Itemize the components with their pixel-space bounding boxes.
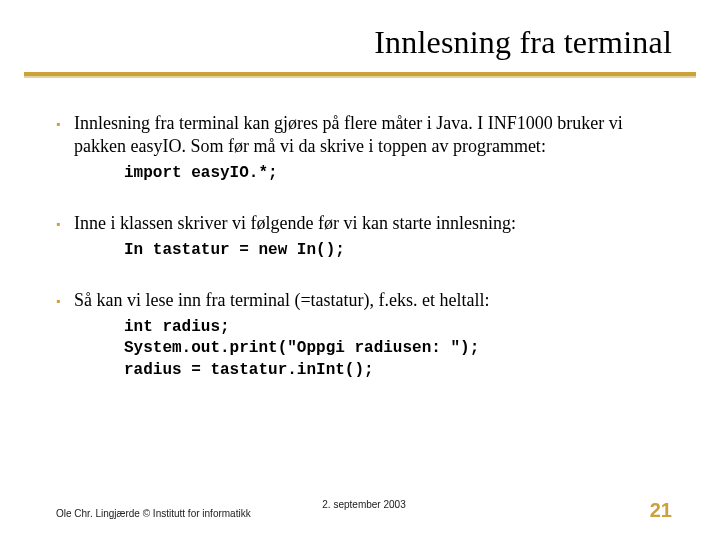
slide-footer: Ole Chr. Lingjærde © Institutt for infor… [56,499,672,522]
underline-shadow [24,76,696,78]
slide-body: ▪ Innlesning fra terminal kan gjøres på … [56,112,672,410]
bullet-text: Innlesning fra terminal kan gjøres på fl… [74,112,672,159]
bullet-content: Inne i klassen skriver vi følgende før v… [74,212,516,261]
bullet-item: ▪ Inne i klassen skriver vi følgende før… [56,212,672,261]
slide-title: Innlesning fra terminal [0,24,720,61]
code-block: int radius; System.out.print("Oppgi radi… [124,317,490,382]
bullet-content: Innlesning fra terminal kan gjøres på fl… [74,112,672,184]
code-block: In tastatur = new In(); [124,240,516,262]
title-underline [24,72,696,78]
slide: Innlesning fra terminal ▪ Innlesning fra… [0,0,720,540]
code-block: import easyIO.*; [124,163,672,185]
square-bullet-icon: ▪ [56,212,74,236]
bullet-item: ▪ Så kan vi lese inn fra terminal (=tast… [56,289,672,381]
title-wrap: Innlesning fra terminal [0,24,720,61]
bullet-text: Så kan vi lese inn fra terminal (=tastat… [74,289,490,312]
bullet-content: Så kan vi lese inn fra terminal (=tastat… [74,289,490,381]
footer-date: 2. september 2003 [322,499,405,510]
bullet-item: ▪ Innlesning fra terminal kan gjøres på … [56,112,672,184]
square-bullet-icon: ▪ [56,112,74,136]
footer-author: Ole Chr. Lingjærde © Institutt for infor… [56,508,251,519]
page-number: 21 [650,499,672,522]
square-bullet-icon: ▪ [56,289,74,313]
bullet-text: Inne i klassen skriver vi følgende før v… [74,212,516,235]
